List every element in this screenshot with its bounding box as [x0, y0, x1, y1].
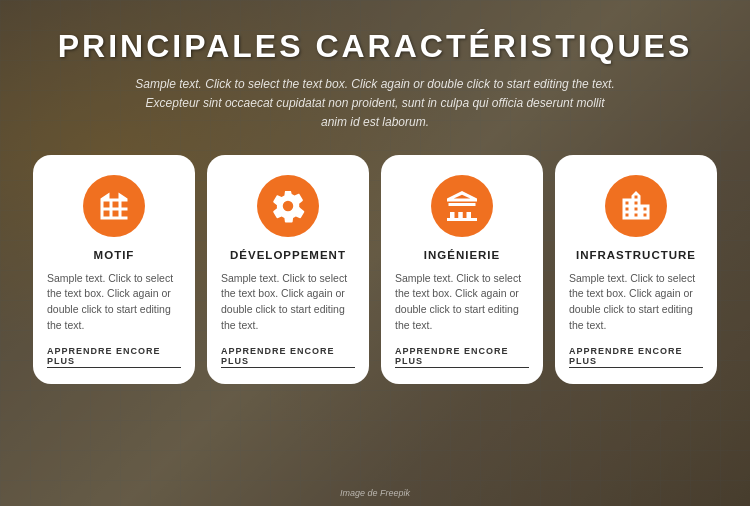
card-motif-icon-circle — [83, 175, 145, 237]
card-infrastructure-icon-circle — [605, 175, 667, 237]
card-motif-text: Sample text. Click to select the text bo… — [47, 271, 181, 334]
card-ingenierie-link[interactable]: APPRENDRE ENCORE PLUS — [395, 346, 529, 368]
card-motif: MOTIF Sample text. Click to select the t… — [33, 155, 195, 384]
card-developpement: DÉVELOPPEMENT Sample text. Click to sele… — [207, 155, 369, 384]
cards-row: MOTIF Sample text. Click to select the t… — [20, 155, 730, 384]
page-title: PRINCIPALES CARACTÉRISTIQUES — [58, 28, 693, 65]
city-icon — [618, 188, 654, 224]
card-infrastructure-title: INFRASTRUCTURE — [576, 249, 696, 261]
gear-icon — [270, 188, 306, 224]
card-motif-title: MOTIF — [94, 249, 135, 261]
construction-icon — [444, 188, 480, 224]
card-developpement-link[interactable]: APPRENDRE ENCORE PLUS — [221, 346, 355, 368]
card-motif-link[interactable]: APPRENDRE ENCORE PLUS — [47, 346, 181, 368]
card-developpement-text: Sample text. Click to select the text bo… — [221, 271, 355, 334]
card-infrastructure: INFRASTRUCTURE Sample text. Click to sel… — [555, 155, 717, 384]
page-subtitle: Sample text. Click to select the text bo… — [135, 75, 615, 133]
card-ingenierie: INGÉNIERIE Sample text. Click to select … — [381, 155, 543, 384]
page-background: PRINCIPALES CARACTÉRISTIQUES Sample text… — [0, 0, 750, 506]
card-ingenierie-title: INGÉNIERIE — [424, 249, 500, 261]
card-ingenierie-text: Sample text. Click to select the text bo… — [395, 271, 529, 334]
card-developpement-icon-circle — [257, 175, 319, 237]
card-infrastructure-link[interactable]: APPRENDRE ENCORE PLUS — [569, 346, 703, 368]
card-developpement-title: DÉVELOPPEMENT — [230, 249, 346, 261]
page-content: PRINCIPALES CARACTÉRISTIQUES Sample text… — [0, 0, 750, 506]
card-ingenierie-icon-circle — [431, 175, 493, 237]
building-icon — [96, 188, 132, 224]
card-infrastructure-text: Sample text. Click to select the text bo… — [569, 271, 703, 334]
footer-credit: Image de Freepik — [340, 488, 410, 498]
